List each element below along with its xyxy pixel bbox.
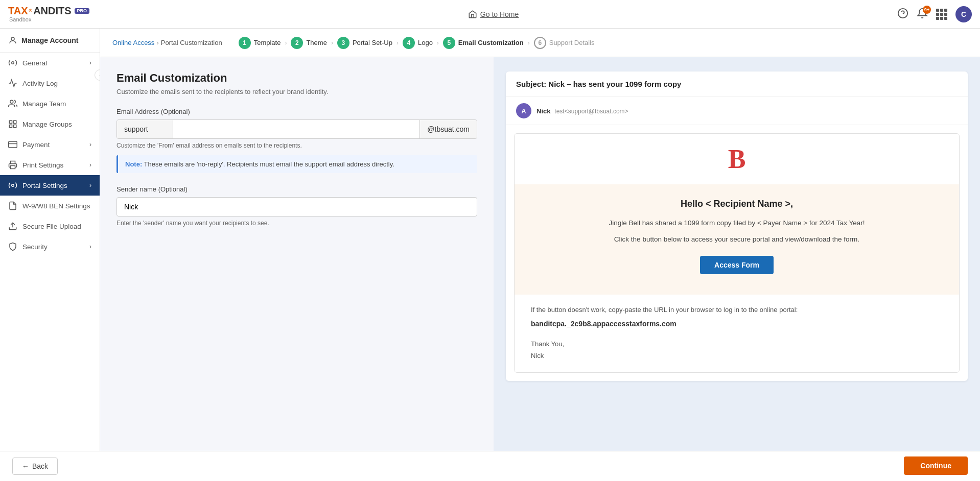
manage-account-label: Manage Account — [21, 36, 79, 44]
sidebar-item-general[interactable]: General › — [0, 53, 100, 73]
main-content: Online Access › Portal Customization 1 T… — [100, 29, 980, 481]
sidebar-item-portal-settings-label: Portal Settings — [22, 182, 67, 189]
email-sign: Thank You, Nick — [531, 338, 943, 362]
sidebar-item-manage-groups-label: Manage Groups — [22, 121, 72, 128]
print-settings-chevron: › — [89, 161, 91, 169]
email-subject: Subject: Nick – has sent your 1099 form … — [506, 71, 968, 97]
continue-button[interactable]: Continue — [904, 456, 968, 475]
email-logo-letter: B — [525, 144, 949, 174]
email-content-area: Hello < Recipient Name >, Jingle Bell ha… — [515, 184, 959, 295]
svg-rect-11 — [11, 166, 15, 169]
stepper: 1 Template › 2 Theme › 3 Portal Set-Up › — [239, 37, 595, 49]
sidebar-item-activity-log[interactable]: Activity Log — [0, 73, 100, 93]
svg-point-12 — [12, 184, 14, 187]
step-3[interactable]: 3 Portal Set-Up — [337, 37, 392, 49]
sidebar-manage-account[interactable]: Manage Account — [0, 29, 100, 53]
step-1-circle: 1 — [239, 37, 251, 49]
sender-email-display: test<support@tbsuat.com> — [554, 108, 628, 115]
note-box: Note: These emails are 'no-reply'. Recip… — [116, 155, 477, 173]
back-button[interactable]: ← Back — [12, 458, 58, 475]
sender-avatar: A — [516, 103, 531, 118]
logo-andits: ANDITS — [33, 5, 71, 16]
email-address-label: Email Address (Optional) — [116, 108, 477, 115]
sidebar-item-manage-team[interactable]: Manage Team — [0, 93, 100, 114]
step-4-circle: 4 — [403, 37, 415, 49]
user-avatar[interactable]: C — [955, 6, 972, 22]
email-body-line2: Click the button below to access your se… — [531, 234, 943, 245]
sidebar-item-portal-settings[interactable]: Portal Settings › — [0, 175, 100, 196]
email-prefix: support — [117, 120, 173, 138]
sidebar-item-payment[interactable]: Payment › — [0, 134, 100, 155]
sidebar-item-manage-groups[interactable]: Manage Groups — [0, 114, 100, 134]
sidebar-item-w9-label: W-9/W8 BEN Settings — [22, 202, 90, 210]
go-home-link[interactable]: Go to Home — [468, 10, 519, 19]
step-1[interactable]: 1 Template — [239, 37, 281, 49]
email-sign-name: Nick — [531, 352, 544, 359]
sidebar-item-secure-file-label: Secure File Upload — [22, 223, 81, 230]
sidebar-item-general-label: General — [22, 59, 47, 67]
email-body-card: B Hello < Recipient Name >, Jingle Bell … — [514, 133, 960, 373]
general-icon — [8, 58, 17, 67]
logo-reg: ® — [29, 9, 33, 14]
sidebar-item-activity-log-label: Activity Log — [22, 80, 58, 87]
email-from-bar: A Nick test<support@tbsuat.com> — [506, 97, 968, 125]
back-arrow-icon: ← — [22, 462, 29, 470]
step-3-circle: 3 — [337, 37, 349, 49]
portal-settings-icon — [8, 181, 17, 190]
step-5[interactable]: 5 Email Customization — [443, 37, 524, 49]
step-5-circle: 5 — [443, 37, 455, 49]
logo-tax: TAX — [8, 5, 28, 16]
print-settings-icon — [8, 160, 17, 170]
sidebar-item-security[interactable]: Security › — [0, 236, 100, 257]
step-2[interactable]: 2 Theme — [291, 37, 326, 49]
security-icon — [8, 242, 17, 251]
step-6[interactable]: 6 Support Details — [534, 37, 595, 49]
sender-name-input[interactable] — [116, 197, 477, 217]
help-icon-btn[interactable] — [897, 8, 908, 20]
email-hello: Hello < Recipient Name >, — [531, 199, 943, 209]
step-4[interactable]: 4 Logo — [403, 37, 433, 49]
note-text: These emails are 'no-reply'. Recipients … — [144, 160, 394, 168]
email-customize-helper: Customize the 'From' email address on em… — [116, 142, 477, 149]
breadcrumb-online-access[interactable]: Online Access — [112, 39, 154, 46]
email-sign-off: Thank You, — [531, 340, 564, 348]
sidebar-item-security-label: Security — [22, 243, 48, 251]
sidebar-item-payment-label: Payment — [22, 141, 50, 149]
header-actions: 9+ C — [897, 6, 972, 22]
sidebar: Manage Account ‹ General › Activity Log … — [0, 29, 100, 481]
svg-rect-6 — [14, 121, 16, 123]
sidebar-item-w9-w8-ben[interactable]: W-9/W8 BEN Settings — [0, 196, 100, 216]
step-4-label: Logo — [418, 39, 433, 46]
pro-badge: PRO — [75, 8, 90, 14]
top-header: TAX ® ANDITS PRO Sandbox Go to Home 9+ C — [0, 0, 980, 29]
svg-point-2 — [11, 37, 14, 40]
apps-grid-btn[interactable] — [936, 9, 947, 20]
page-subtitle: Customize the emails sent to the recipie… — [116, 88, 477, 95]
step-2-label: Theme — [306, 39, 326, 46]
notif-badge: 9+ — [923, 6, 931, 14]
back-button-label: Back — [32, 462, 48, 470]
page-title: Email Customization — [116, 71, 477, 85]
svg-rect-8 — [9, 125, 12, 128]
step-2-circle: 2 — [291, 37, 303, 49]
sidebar-item-manage-team-label: Manage Team — [22, 100, 66, 108]
access-form-button[interactable]: Access Form — [700, 256, 774, 274]
security-chevron: › — [89, 243, 91, 250]
svg-point-4 — [10, 100, 13, 103]
payment-icon — [8, 140, 17, 149]
notifications-btn[interactable]: 9+ — [917, 8, 928, 20]
sidebar-item-secure-file-upload[interactable]: Secure File Upload — [0, 216, 100, 236]
activity-log-icon — [8, 79, 17, 88]
sidebar-item-print-settings[interactable]: Print Settings › — [0, 155, 100, 175]
manage-groups-icon — [8, 119, 17, 129]
manage-team-icon — [8, 99, 17, 108]
sender-name-display: Nick — [536, 107, 550, 115]
email-suffix: @tbsuat.com — [419, 120, 477, 138]
step-3-label: Portal Set-Up — [353, 39, 392, 46]
email-middle-input[interactable] — [173, 120, 419, 138]
right-panel: Subject: Nick – has sent your 1099 form … — [494, 57, 980, 481]
general-chevron: › — [89, 59, 91, 66]
w9-icon — [8, 201, 17, 210]
step-1-label: Template — [254, 39, 281, 46]
manage-account-icon — [8, 36, 17, 45]
